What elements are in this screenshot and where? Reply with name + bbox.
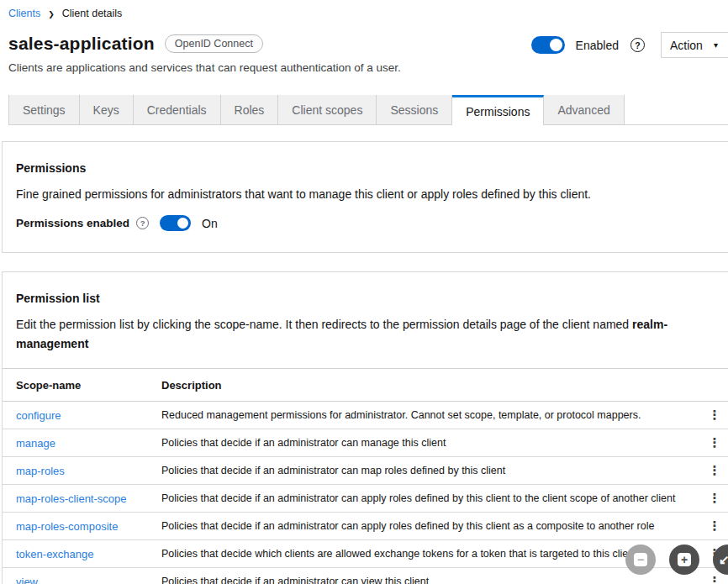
tab-bar: Settings Keys Credentials Roles Client s… xyxy=(8,95,728,125)
permission-description-cell: Policies that decide if an administrator… xyxy=(148,485,695,513)
tab-sessions[interactable]: Sessions xyxy=(377,95,452,124)
scope-link-map-roles-client-scope[interactable]: map-roles-client-scope xyxy=(16,492,127,505)
header-controls: Enabled ? Action ▾ xyxy=(531,32,728,58)
page-title: sales-application xyxy=(8,34,155,54)
permission-description-cell: Policies that decide if an administrator… xyxy=(148,457,695,485)
tab-advanced[interactable]: Advanced xyxy=(544,95,624,124)
zoom-in-button[interactable]: + xyxy=(669,545,699,575)
help-icon[interactable]: ? xyxy=(630,38,645,52)
permission-row-configure: configure Reduced management permissions… xyxy=(3,402,728,429)
permission-list-card: Permission list Edit the permission list… xyxy=(2,271,728,584)
breadcrumb-current: Client details xyxy=(62,8,123,19)
scope-link-token-exchange[interactable]: token-exchange xyxy=(16,548,94,560)
kebab-menu-icon[interactable]: ⋮ xyxy=(709,464,721,476)
column-header-scope-name: Scope-name xyxy=(3,369,148,402)
tab-client-scopes[interactable]: Client scopes xyxy=(278,95,377,124)
permission-description-cell: Reduced management permissions for admin… xyxy=(148,402,695,429)
permission-list-description: Edit the permission list by clicking the… xyxy=(16,315,688,354)
permission-list-description-text: Edit the permission list by clicking the… xyxy=(16,318,632,331)
permission-row-map-roles-composite: map-roles-composite Policies that decide… xyxy=(3,513,728,540)
toggle-state-label: On xyxy=(202,217,218,230)
help-icon[interactable]: ? xyxy=(136,217,149,229)
zoom-in-icon: + xyxy=(678,553,691,566)
collapse-arrow-icon: ↙ xyxy=(719,552,728,567)
column-header-actions xyxy=(695,369,728,402)
scope-link-map-roles[interactable]: map-roles xyxy=(16,465,65,477)
tab-settings[interactable]: Settings xyxy=(8,95,80,124)
action-dropdown-label: Action xyxy=(670,39,703,52)
permission-row-map-roles: map-roles Policies that decide if an adm… xyxy=(3,457,728,485)
kebab-menu-icon[interactable]: ⋮ xyxy=(709,492,721,504)
tab-roles[interactable]: Roles xyxy=(221,95,279,124)
permission-table: Scope-name Description configure Reduced… xyxy=(3,368,728,584)
permission-description-cell: Policies that decide if an administrator… xyxy=(148,429,695,457)
permission-row-view: view Policies that decide if an administ… xyxy=(3,568,728,584)
tab-credentials[interactable]: Credentials xyxy=(134,95,221,124)
permission-row-manage: manage Policies that decide if an admini… xyxy=(3,429,728,457)
permission-description-cell: Policies that decide if an administrator… xyxy=(148,513,695,540)
protocol-badge: OpenID Connect xyxy=(165,34,263,53)
breadcrumb: Clients ❯ Client details xyxy=(0,0,728,19)
breadcrumb-chevron-icon: ❯ xyxy=(48,10,55,18)
permissions-enabled-toggle[interactable] xyxy=(160,215,191,231)
kebab-menu-icon[interactable]: ⋮ xyxy=(709,575,721,584)
breadcrumb-link-clients[interactable]: Clients xyxy=(8,8,40,19)
permission-description-cell: Policies that decide which clients are a… xyxy=(148,540,695,568)
action-dropdown[interactable]: Action ▾ xyxy=(661,32,728,58)
permissions-card: Permissions Fine grained permissions for… xyxy=(2,141,728,253)
scope-link-manage[interactable]: manage xyxy=(16,437,55,450)
permission-row-token-exchange: token-exchange Policies that decide whic… xyxy=(3,540,728,568)
toggle-knob xyxy=(550,39,562,51)
scope-link-configure[interactable]: configure xyxy=(16,409,61,422)
kebab-menu-icon[interactable]: ⋮ xyxy=(709,436,721,449)
toggle-knob xyxy=(177,218,188,229)
permissions-card-title: Permissions xyxy=(16,161,720,175)
chevron-down-icon: ▾ xyxy=(714,40,718,50)
scope-link-map-roles-composite[interactable]: map-roles-composite xyxy=(16,520,118,533)
kebab-menu-icon[interactable]: ⋮ xyxy=(709,519,721,532)
enabled-label: Enabled xyxy=(576,39,619,52)
page-subtitle: Clients are applications and services th… xyxy=(8,61,728,74)
permissions-enabled-label: Permissions enabled xyxy=(16,217,129,229)
permissions-card-description: Fine grained permissions for administrat… xyxy=(16,187,720,201)
permission-list-title: Permission list xyxy=(16,292,728,305)
kebab-menu-icon[interactable]: ⋮ xyxy=(709,408,721,421)
scope-link-view[interactable]: view xyxy=(16,576,38,584)
tab-permissions[interactable]: Permissions xyxy=(452,95,544,125)
table-header-row: Scope-name Description xyxy=(3,369,728,402)
permission-description-cell: Policies that decide if an administrator… xyxy=(148,568,695,584)
column-header-description: Description xyxy=(148,369,695,402)
client-enabled-toggle[interactable] xyxy=(531,36,565,54)
tab-keys[interactable]: Keys xyxy=(80,95,134,124)
permission-row-map-roles-client-scope: map-roles-client-scope Policies that dec… xyxy=(3,485,728,513)
zoom-out-icon: − xyxy=(634,553,647,566)
zoom-out-button[interactable]: − xyxy=(625,545,656,575)
